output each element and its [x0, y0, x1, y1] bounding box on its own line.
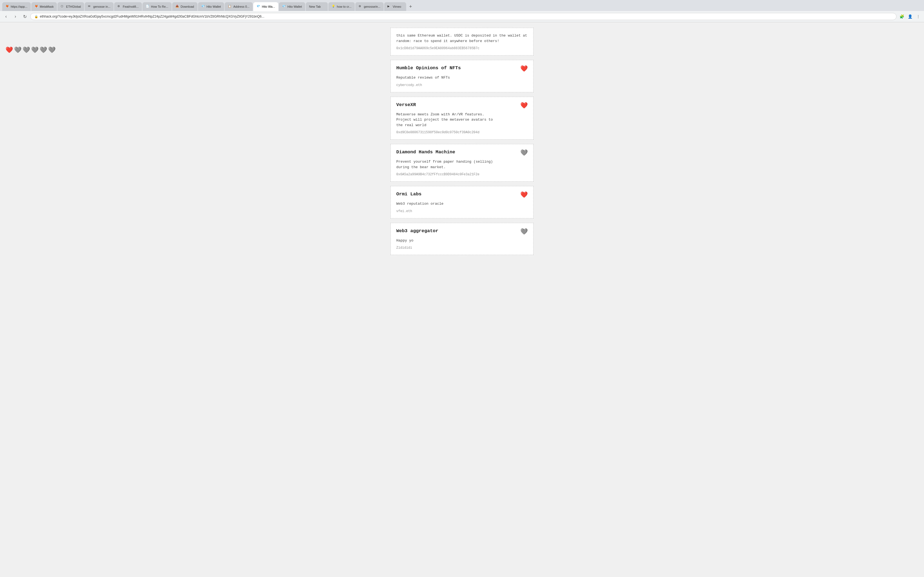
browser-actions: 🧩 👤 ⋮ — [898, 13, 922, 20]
partial-card-description: this same Ethereum wallet. USDC is depos… — [396, 33, 528, 44]
reload-button[interactable]: ↻ — [21, 13, 29, 20]
tab-howto2[interactable]: 💡 how to cr... — [328, 2, 355, 11]
card-address-web3: Zidididi — [396, 246, 528, 250]
tab-label-genosse2: genosse/e... — [364, 5, 380, 8]
card-header-diamond: Diamond Hands Machine 🩶 — [396, 149, 528, 156]
heart-3[interactable]: 🩶 — [23, 47, 30, 53]
card-title-web3: Web3 aggregator — [396, 228, 438, 234]
card-description-humble: Reputable reviews of NFTs — [396, 75, 528, 81]
tab-push[interactable]: 💎 Hito Wa... — [253, 2, 278, 11]
tab-metamask[interactable]: 🦊 MetaMask — [31, 2, 57, 11]
tab-favicon-genosse: ✉ — [88, 5, 92, 8]
card-description-ormi: Web3 reputation oracle — [396, 201, 528, 206]
tab-favicon-howto: 📄 — [146, 5, 150, 8]
tab-label-genosse: genosse in... — [93, 5, 110, 8]
tab-hito2[interactable]: 💎 Hito Wallet — [279, 2, 305, 11]
card-web3-aggregator: Web3 aggregator 🩶 Happy yo Zidididi — [391, 223, 533, 255]
tab-app[interactable]: 🦊 https://app... — [2, 2, 31, 11]
tab-download[interactable]: 📥 Download — [172, 2, 197, 11]
card-header-humble: Humble Opinions of NFTs ❤️ — [396, 65, 528, 72]
cards-container: this same Ethereum wallet. USDC is depos… — [391, 28, 533, 259]
card-ormi-labs: Ormi Labs ❤️ Web3 reputation oracle vfei… — [391, 186, 533, 218]
page-content: ❤️ 🩶 🩶 🩶 🩶 🩶 this same Ethereum wallet. … — [0, 22, 924, 577]
card-heart-diamond[interactable]: 🩶 — [520, 149, 528, 156]
card-humble-opinions: Humble Opinions of NFTs ❤️ Reputable rev… — [391, 60, 533, 92]
tab-favicon-address: 📋 — [228, 5, 232, 8]
partial-card-address: 0x1cD8d1d79AA869c5e9EA80964ab883EB56785B… — [396, 47, 528, 50]
card-title-versexr: VerseXR — [396, 102, 416, 108]
tab-label-download: Download — [181, 5, 194, 8]
card-heart-humble[interactable]: ❤️ — [520, 65, 528, 72]
lock-icon: 🔒 — [34, 15, 38, 18]
card-heart-ormi[interactable]: ❤️ — [520, 191, 528, 198]
extensions-button[interactable]: 🧩 — [898, 13, 905, 20]
tab-label-ethglobal: ETHGlobal — [66, 5, 81, 8]
tab-genosse2[interactable]: ⚙ genosse/e... — [355, 2, 384, 11]
heart-2[interactable]: 🩶 — [14, 47, 21, 53]
menu-button[interactable]: ⋮ — [915, 13, 922, 20]
heart-6[interactable]: 🩶 — [48, 47, 55, 53]
card-description-diamond: Prevent yourself from paper handing (sel… — [396, 159, 528, 170]
card-title-ormi: Ormi Labs — [396, 191, 422, 197]
address-bar[interactable]: 🔒 ethhack.org/?code=eyJkIjoiZXRoaGdGjay5… — [30, 13, 897, 20]
tab-label-address: Address 0... — [233, 5, 249, 8]
tab-label-push: Hito Wa... — [262, 5, 275, 8]
profile-button[interactable]: 👤 — [906, 13, 914, 20]
rating-hearts: ❤️ 🩶 🩶 🩶 🩶 🩶 — [5, 47, 55, 53]
tab-label-hito1: Hito Wallet — [207, 5, 221, 8]
card-address-versexr: 0xd9C8e08067311598f50ec0d0c0750cf39A0c20… — [396, 131, 528, 134]
tab-favicon-push: 💎 — [257, 5, 260, 8]
card-heart-web3[interactable]: 🩶 — [520, 228, 528, 235]
card-title-humble: Humble Opinions of NFTs — [396, 65, 461, 71]
partial-card: this same Ethereum wallet. USDC is depos… — [391, 28, 533, 55]
card-address-ormi: vfei.eth — [396, 210, 528, 213]
tab-favicon-hito2: 💎 — [282, 5, 286, 8]
tab-label-app: https://app... — [11, 5, 27, 8]
new-tab-button[interactable]: + — [407, 3, 414, 10]
heart-4[interactable]: 🩶 — [31, 47, 39, 53]
tab-favicon-genosse2: ⚙ — [359, 5, 362, 8]
tab-label-metamask: MetaMask — [40, 5, 54, 8]
tab-label-howto: How To Re... — [151, 5, 168, 8]
heart-1[interactable]: ❤️ — [5, 47, 13, 53]
back-button[interactable]: ‹ — [2, 13, 10, 20]
tab-favicon-download: 📥 — [176, 5, 179, 8]
tab-howto[interactable]: 📄 How To Re... — [142, 2, 171, 11]
tab-address[interactable]: 📋 Address 0... — [225, 2, 253, 11]
card-description-web3: Happy yo — [396, 238, 528, 243]
card-diamond-hands: Diamond Hands Machine 🩶 Prevent yourself… — [391, 144, 533, 182]
url-text: ethhack.org/?code=eyJkIjoiZXRoaGdGjay5vc… — [40, 15, 264, 18]
heart-5[interactable]: 🩶 — [40, 47, 47, 53]
forward-button[interactable]: › — [11, 13, 19, 20]
card-header-web3: Web3 aggregator 🩶 — [396, 228, 528, 235]
card-description-versexr: Metaverse meets Zoom with Ar/VR features… — [396, 112, 528, 128]
card-title-diamond: Diamond Hands Machine — [396, 149, 455, 155]
tab-favicon-ethglobal: ⬡ — [61, 5, 65, 8]
card-versexr: VerseXR ❤️ Metaverse meets Zoom with Ar/… — [391, 97, 533, 140]
tab-label-hito2: Hito Wallet — [288, 5, 302, 8]
tab-favicon-vimeo: ▶ — [388, 5, 391, 8]
tab-label-newtab: New Tab — [309, 5, 325, 8]
tab-newtab[interactable]: New Tab — [306, 2, 328, 11]
tab-feat[interactable]: ⚙ Feat/notifi... — [114, 2, 142, 11]
card-address-diamond: 0x6A5a2a99A9B4c732fFfcccB9D9484c0Fe3a21F… — [396, 172, 528, 176]
tab-ethglobal[interactable]: ⬡ ETHGlobal — [58, 2, 84, 11]
tab-hito1[interactable]: 💎 Hito Wallet — [198, 2, 225, 11]
browser-chrome: 🦊 https://app... 🦊 MetaMask ⬡ ETHGlobal … — [0, 0, 924, 22]
tab-bar: 🦊 https://app... 🦊 MetaMask ⬡ ETHGlobal … — [0, 0, 924, 11]
tab-favicon-metamask: 🦊 — [35, 5, 39, 8]
tab-label-howto2: how to cr... — [337, 5, 351, 8]
tab-favicon-howto2: 💡 — [332, 5, 336, 8]
tab-favicon-app: 🦊 — [5, 5, 9, 8]
tab-vimeo[interactable]: ▶ Vimeo — [384, 2, 406, 11]
tab-label-feat: Feat/notifi... — [123, 5, 138, 8]
card-heart-versexr[interactable]: ❤️ — [520, 102, 528, 109]
card-header-versexr: VerseXR ❤️ — [396, 102, 528, 109]
tab-favicon-hito1: 💎 — [201, 5, 205, 8]
tab-label-vimeo: Vimeo — [393, 5, 403, 8]
card-address-humble: cybercody.eth — [396, 83, 528, 87]
tab-favicon-feat: ⚙ — [118, 5, 121, 8]
nav-bar: ‹ › ↻ 🔒 ethhack.org/?code=eyJkIjoiZXRoaG… — [0, 11, 924, 22]
card-header-ormi: Ormi Labs ❤️ — [396, 191, 528, 198]
tab-genosse[interactable]: ✉ genosse in... — [85, 2, 113, 11]
